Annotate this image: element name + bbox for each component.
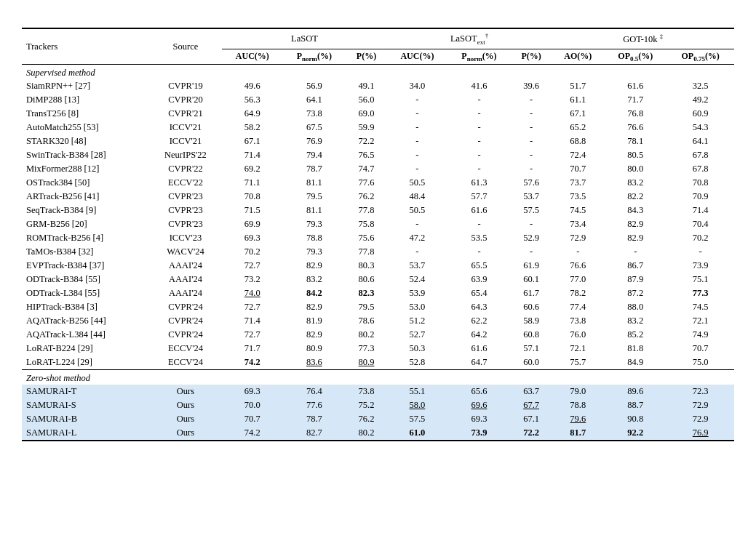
cell-lasot_auc: 67.1 xyxy=(222,134,282,148)
cell-tracker: STARK320 [48] xyxy=(22,134,149,148)
cell-got_ao: 67.1 xyxy=(552,107,604,121)
cell-lasotext_p: 61.9 xyxy=(511,259,552,273)
cell-lasot_p: 73.8 xyxy=(346,385,387,398)
section-header-label: Zero-shot method xyxy=(22,370,734,385)
cell-tracker: AQATrack-L384 [44] xyxy=(22,328,149,342)
cell-got_op075: 49.2 xyxy=(667,93,734,107)
cell-lasotext_auc: 52.7 xyxy=(387,328,447,342)
cell-lasotext_auc: - xyxy=(387,121,447,134)
cell-source: CVPR'23 xyxy=(149,190,222,204)
cell-tracker: LoRAT-B224 [29] xyxy=(22,342,149,356)
cell-tracker: ODTrack-L384 [55] xyxy=(22,286,149,300)
cell-lasotext_pnorm: 69.3 xyxy=(447,412,511,426)
cell-got_op075: 72.9 xyxy=(667,398,734,412)
cell-tracker: AQATrack-B256 [44] xyxy=(22,314,149,328)
cell-lasotext_pnorm: - xyxy=(447,245,511,259)
table-row: AQATrack-B256 [44]CVPR'2471.481.978.651.… xyxy=(22,314,734,328)
cell-lasotext_p: - xyxy=(511,93,552,107)
cell-lasot_p: 80.2 xyxy=(346,426,387,441)
cell-source: CVPR'24 xyxy=(149,314,222,328)
cell-source: WACV'24 xyxy=(149,245,222,259)
cell-got_ao: 76.6 xyxy=(552,259,604,273)
cell-lasotext_p: - xyxy=(511,134,552,148)
cell-got_op05: 82.9 xyxy=(604,217,667,231)
cell-lasot_p: 82.3 xyxy=(346,286,387,300)
cell-lasot_p: 80.9 xyxy=(346,356,387,370)
cell-lasotext_pnorm: 61.6 xyxy=(447,204,511,217)
cell-tracker: GRM-B256 [20] xyxy=(22,217,149,231)
results-table: Trackers Source LaSOT LaSOText† GOT-10k … xyxy=(22,28,734,441)
cell-lasotext_auc: 50.3 xyxy=(387,342,447,356)
cell-lasotext_pnorm: 61.3 xyxy=(447,176,511,190)
cell-tracker: SAMURAI-L xyxy=(22,426,149,441)
cell-got_op05: 83.2 xyxy=(604,314,667,328)
cell-got_op05: 76.6 xyxy=(604,121,667,134)
cell-lasotext_auc: 47.2 xyxy=(387,231,447,245)
cell-got_op05: 80.5 xyxy=(604,148,667,162)
col-lasot-pnorm: Pnorm(%) xyxy=(282,49,346,64)
cell-tracker: ROMTrack-B256 [4] xyxy=(22,231,149,245)
cell-tracker: TaMOs-B384 [32] xyxy=(22,245,149,259)
cell-lasot_auc: 74.0 xyxy=(222,286,282,300)
cell-lasotext_p: 58.9 xyxy=(511,314,552,328)
table-row: SAMURAI-BOurs70.778.776.257.569.367.179.… xyxy=(22,412,734,426)
cell-got_ao: 76.0 xyxy=(552,328,604,342)
cell-tracker: OSTrack384 [50] xyxy=(22,176,149,190)
cell-lasotext_p: - xyxy=(511,162,552,176)
cell-lasot_auc: 74.2 xyxy=(222,426,282,441)
cell-lasot_auc: 64.9 xyxy=(222,107,282,121)
cell-lasotext_p: 53.7 xyxy=(511,190,552,204)
cell-got_ao: 74.5 xyxy=(552,204,604,217)
cell-lasotext_p: 60.0 xyxy=(511,356,552,370)
cell-got_op05: 84.3 xyxy=(604,204,667,217)
cell-got_op075: - xyxy=(667,245,734,259)
cell-lasot_p: 72.2 xyxy=(346,134,387,148)
cell-lasotext_auc: - xyxy=(387,217,447,231)
cell-lasot_auc: 70.2 xyxy=(222,245,282,259)
cell-lasot_p: 76.2 xyxy=(346,412,387,426)
cell-source: CVPR'22 xyxy=(149,162,222,176)
cell-source: CVPR'21 xyxy=(149,107,222,121)
cell-got_ao: 78.2 xyxy=(552,286,604,300)
cell-lasotext_pnorm: 62.2 xyxy=(447,314,511,328)
col-lasot-auc: AUC(%) xyxy=(222,49,282,64)
cell-lasot_auc: 70.7 xyxy=(222,412,282,426)
cell-lasot_pnorm: 79.3 xyxy=(282,217,346,231)
cell-got_op05: 78.1 xyxy=(604,134,667,148)
cell-lasot_auc: 74.2 xyxy=(222,356,282,370)
col-got-op05: OP0.5(%) xyxy=(604,49,667,64)
cell-lasot_pnorm: 78.7 xyxy=(282,412,346,426)
cell-lasot_pnorm: 83.2 xyxy=(282,273,346,286)
cell-lasot_auc: 71.4 xyxy=(222,314,282,328)
cell-lasot_pnorm: 64.1 xyxy=(282,93,346,107)
cell-got_op075: 77.3 xyxy=(667,286,734,300)
cell-lasot_auc: 56.3 xyxy=(222,93,282,107)
cell-got_op075: 71.4 xyxy=(667,204,734,217)
cell-lasot_auc: 73.2 xyxy=(222,273,282,286)
cell-lasot_p: 77.6 xyxy=(346,176,387,190)
cell-lasotext_p: 39.6 xyxy=(511,79,552,93)
cell-got_op05: 80.0 xyxy=(604,162,667,176)
cell-got_op075: 75.0 xyxy=(667,356,734,370)
cell-lasot_pnorm: 56.9 xyxy=(282,79,346,93)
cell-tracker: AutoMatch255 [53] xyxy=(22,121,149,134)
cell-lasot_p: 78.6 xyxy=(346,314,387,328)
cell-got_op075: 67.8 xyxy=(667,148,734,162)
cell-lasotext_auc: 53.7 xyxy=(387,259,447,273)
cell-tracker: LoRAT-L224 [29] xyxy=(22,356,149,370)
cell-got_op05: 92.2 xyxy=(604,426,667,441)
cell-got_op05: 81.8 xyxy=(604,342,667,356)
cell-lasotext_pnorm: 64.3 xyxy=(447,300,511,314)
cell-tracker: TransT256 [8] xyxy=(22,107,149,121)
cell-source: AAAI'24 xyxy=(149,259,222,273)
cell-tracker: HIPTrack-B384 [3] xyxy=(22,300,149,314)
cell-lasotext_p: - xyxy=(511,217,552,231)
cell-source: CVPR'24 xyxy=(149,328,222,342)
cell-source: ICCV'21 xyxy=(149,134,222,148)
cell-lasotext_pnorm: 53.5 xyxy=(447,231,511,245)
cell-lasot_pnorm: 81.1 xyxy=(282,204,346,217)
cell-got_op075: 70.4 xyxy=(667,217,734,231)
table-row: AutoMatch255 [53]ICCV'2158.267.559.9---6… xyxy=(22,121,734,134)
cell-lasotext_pnorm: - xyxy=(447,134,511,148)
cell-lasot_p: 56.0 xyxy=(346,93,387,107)
